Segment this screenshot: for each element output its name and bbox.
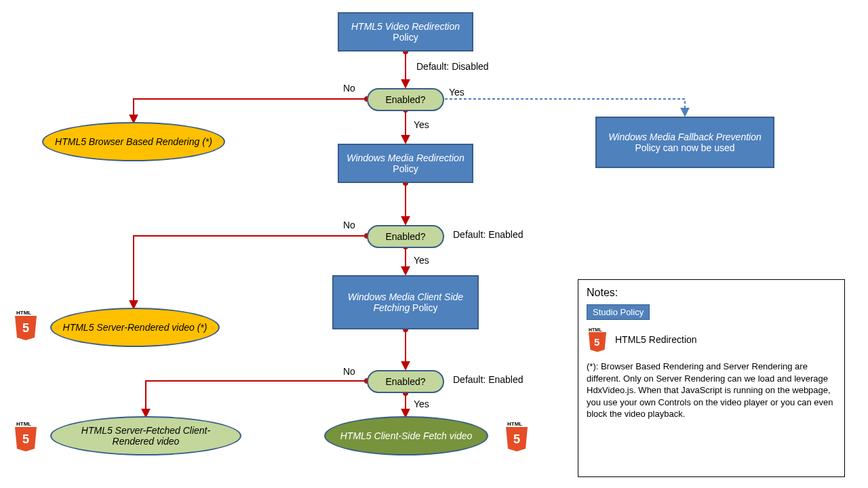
html5-icon: HTML5 [12, 309, 39, 340]
node-wm-csf-policy: Windows Media Client Side Fetching Polic… [332, 275, 479, 329]
svg-text:HTML: HTML [16, 421, 31, 427]
label-yes-1d: Yes [414, 119, 429, 130]
notes-policy-chip: Studio Policy [587, 304, 650, 320]
outcome-client-fetch: HTML5 Client-Side Fetch video [324, 416, 488, 455]
label-default-enabled-2: Default: Enabled [453, 229, 524, 240]
label-yes-2: Yes [414, 255, 429, 266]
outcome-server-fetched: HTML5 Server-Fetched Client-Rendered vid… [50, 416, 241, 455]
svg-text:HTML: HTML [589, 327, 602, 332]
notes-title: Notes: [587, 287, 836, 299]
node-wm-redir-policy: Windows Media Redirection Policy [338, 144, 473, 183]
label-no-1: No [343, 83, 355, 94]
decision-2: Enabled? [367, 225, 444, 248]
outcome-browser-rendering: HTML5 Browser Based Rendering (*) [42, 122, 225, 161]
decision-1: Enabled? [367, 88, 444, 111]
svg-text:5: 5 [594, 336, 599, 348]
label-no-2: No [343, 220, 355, 230]
label-default-disabled: Default: Disabled [416, 61, 489, 72]
label-no-3: No [343, 366, 355, 377]
html5-icon: HTML5 [587, 327, 608, 352]
svg-text:5: 5 [22, 432, 29, 446]
decision-3: Enabled? [367, 370, 444, 393]
html5-icon: HTML5 [12, 420, 39, 451]
notes-redir: HTML5 Redirection [615, 334, 697, 345]
notes-panel: Notes: Studio Policy HTML5 HTML5 Redirec… [578, 279, 845, 477]
svg-text:HTML: HTML [507, 421, 522, 427]
html5-icon: HTML5 [503, 420, 530, 451]
svg-text:5: 5 [22, 321, 29, 335]
node-html5-policy: HTML5 Video Redirection Policy [338, 12, 473, 52]
label-default-enabled-3: Default: Enabled [453, 374, 524, 385]
node-wm-fallback: Windows Media Fallback Prevention Policy… [595, 117, 774, 168]
label-yes-1r: Yes [449, 87, 465, 98]
notes-footnote: (*): Browser Based Rendering and Server … [587, 361, 836, 420]
svg-text:5: 5 [513, 432, 520, 446]
outcome-server-rendered: HTML5 Server-Rendered video (*) [50, 308, 220, 347]
svg-text:HTML: HTML [16, 310, 31, 316]
label-yes-3: Yes [414, 399, 429, 409]
